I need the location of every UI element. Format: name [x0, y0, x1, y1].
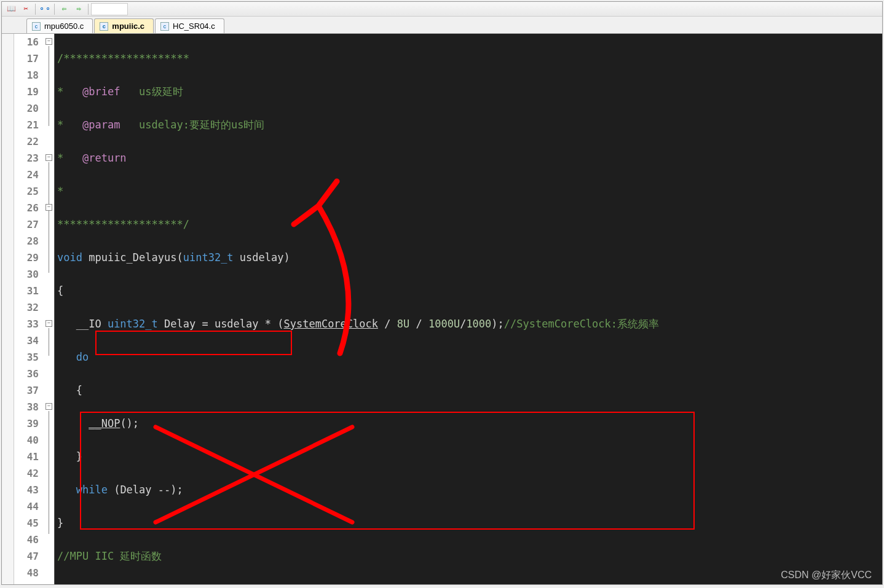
- fold-toggle[interactable]: −: [45, 154, 52, 161]
- watermark: CSDN @好家伙VCC: [781, 569, 872, 582]
- doc-tag: @return: [82, 152, 127, 164]
- code-text: us级延时: [120, 85, 183, 98]
- toolbar: 📖 ✂ ⚬⚬ ⇦ ⇨: [2, 2, 882, 17]
- type: uint32_t: [108, 318, 158, 330]
- code-text: {: [57, 284, 63, 297]
- code-text: [57, 417, 89, 429]
- fold-line: [49, 162, 49, 273]
- arrow-right-icon[interactable]: ⇨: [72, 3, 85, 15]
- code-text: {: [57, 384, 82, 396]
- number: 1000: [466, 318, 491, 330]
- number: 8U: [397, 318, 409, 330]
- macro: __NOP: [89, 417, 120, 429]
- keyword: void: [176, 583, 202, 584]
- tab-label: mpuiic.c: [112, 22, 144, 31]
- code-text: usdelay): [234, 251, 290, 264]
- file-icon: c: [160, 22, 169, 31]
- number: 1000U: [428, 318, 460, 330]
- code-text: *: [57, 85, 82, 98]
- code-text: MPU_IIC_Delay(: [82, 583, 177, 584]
- code-area[interactable]: /******************** * @brief us级延时 * @…: [55, 34, 882, 584]
- code-text: mpuiic_Delayus(: [82, 251, 183, 264]
- fold-column: − − − − − −: [44, 34, 55, 584]
- code-text: ();: [120, 417, 139, 429]
- spacer-icon[interactable]: [91, 3, 128, 15]
- tab-mpu6050[interactable]: c mpu6050.c: [26, 18, 93, 33]
- fold-line: [49, 46, 49, 126]
- code-text: *: [57, 119, 82, 131]
- code-text: }: [57, 450, 82, 463]
- margin: [2, 34, 14, 584]
- tab-label: mpu6050.c: [44, 22, 84, 31]
- code-text: /: [409, 318, 428, 330]
- identifier: SystemCoreClock: [283, 318, 378, 330]
- keyword: void: [57, 251, 82, 264]
- code-text: /********************: [57, 52, 189, 65]
- code-text: (Delay --);: [108, 484, 183, 496]
- separator: [35, 4, 36, 15]
- fold-line: [49, 411, 49, 534]
- editor-window: 📖 ✂ ⚬⚬ ⇦ ⇨ c mpu6050.c c mpuiic.c c HC_S…: [1, 1, 883, 585]
- fold-toggle[interactable]: −: [45, 403, 52, 410]
- code-text: usdelay:要延时的us时间: [120, 119, 264, 131]
- code-text: *: [57, 152, 82, 164]
- code-text: ): [202, 583, 208, 584]
- code-text: );: [491, 318, 503, 330]
- code-text: ********************/: [57, 218, 189, 230]
- fold-toggle[interactable]: −: [45, 320, 52, 327]
- code-text: }: [57, 517, 63, 529]
- tab-hcsr04[interactable]: c HC_SR04.c: [155, 18, 224, 33]
- doc-tag: @param: [82, 119, 120, 131]
- code-text: /: [378, 318, 397, 330]
- keyword: do: [57, 351, 89, 363]
- editor[interactable]: 1617181920212223242526272829303132333435…: [2, 34, 882, 584]
- code-text: [57, 484, 76, 496]
- fold-toggle[interactable]: −: [45, 204, 52, 211]
- arrow-left-icon[interactable]: ⇦: [57, 3, 71, 15]
- separator: [88, 4, 89, 15]
- code-text: Delay = usdelay * (: [158, 318, 284, 330]
- keyword: void: [57, 583, 82, 584]
- scissors-icon[interactable]: ✂: [19, 3, 33, 15]
- code-text: *: [57, 185, 63, 197]
- comment: //SystemCoreClock:系统频率: [504, 318, 659, 330]
- type: uint32_t: [183, 251, 234, 264]
- file-icon: c: [100, 22, 108, 31]
- line-numbers: 1617181920212223242526272829303132333435…: [14, 34, 44, 584]
- book-icon[interactable]: 📖: [4, 3, 18, 15]
- tab-mpuiic[interactable]: c mpuiic.c: [94, 18, 154, 33]
- fold-line: [49, 328, 49, 356]
- fold-toggle[interactable]: −: [45, 38, 52, 45]
- tab-bar: c mpu6050.c c mpuiic.c c HC_SR04.c: [2, 17, 882, 34]
- code-text: /: [460, 318, 466, 330]
- tab-label: HC_SR04.c: [173, 22, 215, 31]
- code-text: __IO: [57, 318, 108, 330]
- file-icon: c: [32, 22, 41, 31]
- comment: //MPU IIC 延时函数: [57, 550, 162, 562]
- separator: [54, 4, 55, 15]
- doc-tag: @brief: [82, 85, 120, 98]
- network-icon[interactable]: ⚬⚬: [38, 3, 52, 15]
- keyword: while: [76, 484, 108, 496]
